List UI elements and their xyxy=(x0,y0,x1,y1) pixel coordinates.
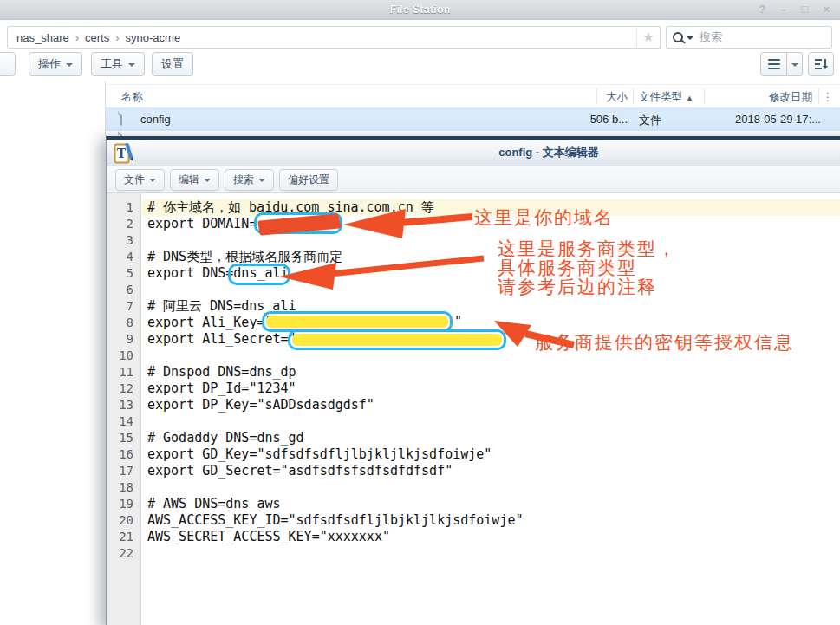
line-number: 14 xyxy=(107,413,140,430)
chevron-down-icon xyxy=(791,63,798,67)
tools-menu-button[interactable]: 工具 xyxy=(91,52,145,76)
line-number: 22 xyxy=(107,545,140,562)
breadcrumb-separator-icon: › xyxy=(115,31,119,44)
chevron-down-icon xyxy=(128,63,135,67)
action-menu-label: 操作 xyxy=(38,56,61,72)
annotation-domain-note: 这里是你的域名 xyxy=(474,205,614,230)
close-icon[interactable]: × xyxy=(823,3,830,16)
column-options-icon[interactable]: ⋮ xyxy=(823,90,834,103)
chevron-down-icon xyxy=(204,179,211,182)
breadcrumb[interactable]: nas_share›certs›syno-acme xyxy=(7,26,661,49)
window-titlebar: File Station ? – □ × xyxy=(0,0,840,20)
sort-descending-icon xyxy=(814,58,829,70)
code-line[interactable]: # AWS DNS=dns_aws xyxy=(147,496,840,512)
line-number: 12 xyxy=(107,381,140,397)
line-number: 1 xyxy=(107,199,140,216)
file-row-config[interactable]: config 506 b... 文件 2018-05-29 17:... xyxy=(106,107,840,131)
code-line[interactable]: # Dnspod DNS=dns_dp xyxy=(147,364,840,381)
line-number: 16 xyxy=(107,446,140,463)
redacted-domain-text: com xyxy=(304,217,324,230)
view-mode-caret-button[interactable] xyxy=(787,52,803,76)
view-mode-button[interactable] xyxy=(760,52,787,76)
chevron-down-icon xyxy=(66,63,73,67)
editor-title: config - 文本编辑器 xyxy=(107,140,840,166)
file-modified: 2018-05-29 17:... xyxy=(735,113,821,126)
line-number: 7 xyxy=(107,298,140,315)
code-line[interactable]: AWS_SECRET_ACCESS_KEY="xxxxxxx" xyxy=(147,529,840,545)
sort-ascending-icon: ▲ xyxy=(686,94,693,102)
line-number: 17 xyxy=(107,463,140,479)
line-number: 15 xyxy=(107,430,140,446)
svg-text:T: T xyxy=(117,146,127,160)
line-number: 21 xyxy=(107,529,140,545)
file-icon xyxy=(120,112,122,125)
column-header-size[interactable]: 大小 xyxy=(606,90,628,105)
window-title: File Station xyxy=(0,0,840,19)
create-button-clipped[interactable] xyxy=(0,52,16,76)
editor-menu-search[interactable]: 搜索 xyxy=(225,169,274,191)
line-number: 6 xyxy=(107,282,140,298)
code-line[interactable] xyxy=(147,232,840,249)
editor-titlebar: T config - 文本编辑器 xyxy=(107,140,840,166)
settings-button[interactable]: 设置 xyxy=(152,52,193,76)
breadcrumb-item[interactable]: nas_share xyxy=(16,31,69,44)
breadcrumb-separator-icon: › xyxy=(75,31,79,44)
code-line[interactable]: AWS_ACCESS_KEY_ID="sdfsdfsdfljlbjkljlkjs… xyxy=(147,512,840,529)
chevron-down-icon xyxy=(258,179,265,182)
code-line[interactable]: export GD_Secret="asdfsdfsfsdfsdfdfsdf" xyxy=(147,463,840,479)
ali-key-closing-quote: " xyxy=(454,314,462,330)
line-number: 19 xyxy=(107,496,140,512)
editor-menu-file[interactable]: 文件 xyxy=(115,169,165,191)
domain-highlight-box: com xyxy=(254,212,342,234)
line-number: 8 xyxy=(107,315,140,331)
column-header-modified[interactable]: 修改日期 xyxy=(769,90,812,105)
line-number: 11 xyxy=(107,364,140,381)
search-icon xyxy=(673,32,683,42)
editor-menubar: 文件 编辑 搜索 偏好设置 xyxy=(107,166,840,193)
code-line[interactable]: export DP_Id="1234" xyxy=(147,381,840,397)
ali-secret-closing-quote: " xyxy=(508,330,516,347)
text-editor-icon: T xyxy=(114,142,134,165)
list-view-icon xyxy=(768,59,780,69)
maximize-icon[interactable]: □ xyxy=(802,3,809,16)
code-line[interactable] xyxy=(147,479,840,496)
code-line[interactable]: export GD_Key="sdfsdfsdfljlbjkljlkjsdfoi… xyxy=(147,446,840,463)
editor-menu-edit[interactable]: 编辑 xyxy=(170,169,219,191)
line-number-gutter: 12345678910111213141516171819202122 xyxy=(107,193,141,625)
line-number: 3 xyxy=(107,232,140,249)
dns-type-highlight-box xyxy=(228,264,290,285)
tools-menu-label: 工具 xyxy=(101,56,123,72)
chevron-down-icon xyxy=(149,179,156,182)
file-station-window: File Station ? – □ × nas_share›certs›syn… xyxy=(0,0,840,625)
code-line[interactable] xyxy=(147,545,840,562)
code-area[interactable]: # 你主域名，如 baidu.com sina.com.cn 等export D… xyxy=(142,193,840,625)
file-name: config xyxy=(140,113,171,126)
file-list-header: 名称 大小 文件类型▲ 修改日期 ⋮ xyxy=(106,84,840,108)
code-line[interactable]: # 阿里云 DNS=dns_ali xyxy=(147,298,840,315)
column-header-type[interactable]: 文件类型▲ xyxy=(639,90,693,105)
line-number: 4 xyxy=(107,249,140,265)
editor-menu-preferences[interactable]: 偏好设置 xyxy=(279,169,338,191)
code-line[interactable]: # Godaddy DNS=dns_gd xyxy=(147,430,840,446)
sort-button[interactable] xyxy=(808,52,834,76)
help-icon[interactable]: ? xyxy=(759,3,765,16)
line-number: 10 xyxy=(107,348,140,364)
code-line[interactable] xyxy=(147,413,840,430)
minimize-icon[interactable]: – xyxy=(780,3,786,16)
line-number: 13 xyxy=(107,397,140,413)
search-placeholder: 搜索 xyxy=(700,29,722,45)
search-input[interactable]: 搜索 xyxy=(666,26,832,49)
action-menu-button[interactable]: 操作 xyxy=(29,52,82,76)
line-number: 5 xyxy=(107,265,140,282)
line-number: 18 xyxy=(107,479,140,496)
column-header-name[interactable]: 名称 xyxy=(121,90,143,105)
ali-secret-redaction-box xyxy=(288,329,506,350)
favorite-star-icon[interactable]: ★ xyxy=(636,26,661,49)
annotation-secret-note: 服务商提供的密钥等授权信息 xyxy=(535,330,794,355)
line-number: 2 xyxy=(107,216,140,232)
text-editor-window: T config - 文本编辑器 文件 编辑 搜索 偏好设置 123456789… xyxy=(106,136,840,625)
search-options-caret-icon[interactable] xyxy=(687,36,693,40)
breadcrumb-item[interactable]: certs xyxy=(85,31,109,44)
code-line[interactable]: export DP_Key="sADDsdasdgdsf" xyxy=(147,397,840,413)
breadcrumb-item[interactable]: syno-acme xyxy=(126,31,181,44)
